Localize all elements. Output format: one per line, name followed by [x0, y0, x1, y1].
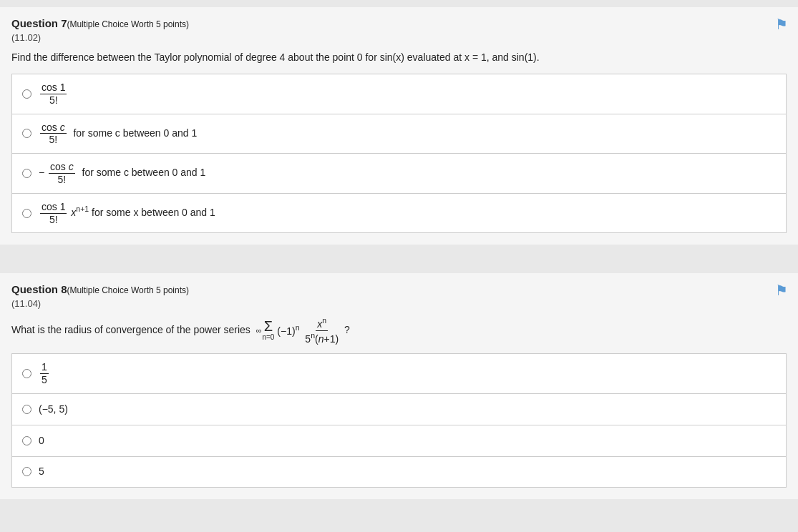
question-7-title: Question 7(Multiple Choice Worth 5 point… [11, 17, 787, 29]
q7-option-b[interactable]: cos c 5! for some c between 0 and 1 [11, 114, 787, 154]
spacer [0, 259, 798, 273]
q7-option-d[interactable]: cos 1 5! xn+1 for some x between 0 and 1 [11, 193, 787, 234]
q7-option-c[interactable]: − cos c 5! for some c between 0 and 1 [11, 153, 787, 193]
q7-radio-d[interactable] [22, 209, 31, 218]
q8-option-d[interactable]: 5 [11, 456, 787, 488]
q7-radio-c[interactable] [22, 169, 31, 178]
q8-label-a: 1 5 [39, 361, 50, 386]
q7c-fraction: cos c 5! [49, 161, 75, 186]
q8a-fraction: 1 5 [40, 361, 49, 386]
q8-tag: (11.04) [11, 298, 787, 309]
q7-title-text: Question 7 [11, 17, 67, 29]
q7d-fraction: cos 1 5! [40, 201, 67, 226]
q7b-fraction: cos c 5! [40, 122, 67, 147]
q8-option-b[interactable]: (−5, 5) [11, 393, 787, 425]
q8-option-c[interactable]: 0 [11, 425, 787, 456]
q7-radio-a[interactable] [22, 89, 31, 99]
q8-title-text: Question 8 [11, 283, 67, 295]
question-7-block: ⚑ Question 7(Multiple Choice Worth 5 poi… [0, 7, 798, 245]
q8-radio-a[interactable] [22, 369, 31, 378]
q8-subtitle: (Multiple Choice Worth 5 points) [67, 285, 190, 295]
q7-label-b: cos c 5! for some c between 0 and 1 [39, 122, 197, 147]
q7-tag: (11.02) [11, 32, 787, 43]
page-container: ⚑ Question 7(Multiple Choice Worth 5 poi… [0, 0, 798, 521]
q8-radio-b[interactable] [22, 405, 31, 414]
q7-radio-b[interactable] [22, 129, 31, 138]
q7-label-d: cos 1 5! xn+1 for some x between 0 and 1 [39, 201, 215, 226]
q7-subtitle: (Multiple Choice Worth 5 points) [67, 19, 190, 29]
q8-series: ∞ Σ n=0 (−1)n xn 5n(n+1) [256, 316, 341, 345]
q8-radio-d[interactable] [22, 467, 31, 476]
flag-icon-q7[interactable]: ⚑ [775, 16, 788, 33]
q8-option-a[interactable]: 1 5 [11, 353, 787, 393]
q7a-fraction: cos 1 5! [40, 82, 67, 107]
q8-label-d: 5 [39, 465, 44, 479]
q7-label-c: − cos c 5! for some c between 0 and 1 [39, 161, 205, 186]
question-8-title: Question 8(Multiple Choice Worth 5 point… [11, 283, 787, 295]
flag-icon-q8[interactable]: ⚑ [775, 282, 788, 299]
q8-text: What is the radius of convergence of the… [11, 316, 787, 345]
q8-radio-c[interactable] [22, 436, 31, 445]
q7-label-a: cos 1 5! [39, 82, 68, 107]
q8-label-c: 0 [39, 434, 44, 448]
question-8-block: ⚑ Question 8(Multiple Choice Worth 5 poi… [0, 273, 798, 499]
q7-option-a[interactable]: cos 1 5! [11, 74, 787, 114]
q7-text: Find the difference between the Taylor p… [11, 50, 787, 65]
q8-label-b: (−5, 5) [39, 403, 68, 417]
